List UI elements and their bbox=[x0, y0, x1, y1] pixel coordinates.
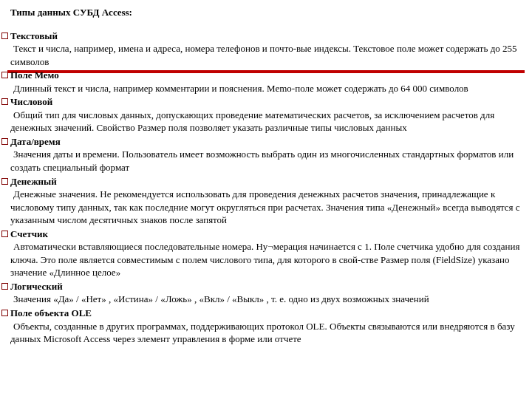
term: Числовой bbox=[10, 95, 522, 109]
term: Логический bbox=[10, 280, 522, 293]
term-text: Поле Мемо bbox=[10, 69, 59, 81]
desc: Длинный текст и числа, например коммента… bbox=[10, 82, 522, 95]
entry: Счетчик Автоматически вставляющиеся посл… bbox=[10, 228, 522, 279]
term: Поле объекта OLE bbox=[10, 307, 522, 320]
desc: Значения «Да» / «Нет» , «Истина» / «Ложь… bbox=[10, 293, 522, 306]
term-text: Поле объекта OLE bbox=[10, 307, 92, 318]
desc: Денежные значения. Не рекомендуется испо… bbox=[10, 188, 522, 227]
entry: Поле Мемо Длинный текст и числа, наприме… bbox=[10, 69, 522, 95]
entry: Числовой Общий тип для числовых данных, … bbox=[10, 95, 522, 134]
term-text: Дата/время bbox=[10, 136, 61, 147]
term: Денежный bbox=[10, 175, 522, 188]
bullet-icon bbox=[1, 33, 8, 39]
term: Счетчик bbox=[10, 228, 522, 241]
term-text: Текстовый bbox=[10, 30, 58, 41]
term-text: Счетчик bbox=[10, 228, 48, 239]
term: Текстовый bbox=[10, 30, 522, 43]
term: Поле Мемо bbox=[10, 69, 522, 82]
desc: Общий тип для числовых данных, допускающ… bbox=[10, 109, 522, 134]
bullet-icon bbox=[1, 178, 8, 185]
desc: Текст и числа, например, имена и адреса,… bbox=[10, 42, 522, 68]
bullet-icon bbox=[1, 72, 8, 78]
term-text: Денежный bbox=[10, 176, 57, 187]
term-text: Логический bbox=[10, 281, 63, 292]
bullet-icon bbox=[1, 310, 8, 316]
term: Дата/время bbox=[10, 135, 522, 149]
term-text: Числовой bbox=[10, 96, 52, 107]
entry: Поле объекта OLE Объекты, созданные в др… bbox=[10, 307, 522, 346]
desc: Значения даты и времени. Пользователь им… bbox=[10, 148, 522, 174]
bullet-icon bbox=[1, 231, 8, 237]
bullet-icon bbox=[1, 138, 8, 145]
entry: Дата/время Значения даты и времени. Поль… bbox=[10, 135, 522, 174]
entry: Логический Значения «Да» / «Нет» , «Исти… bbox=[10, 280, 522, 306]
desc: Автоматически вставляющиеся последовател… bbox=[10, 240, 522, 279]
desc: Объекты, созданные в других программах, … bbox=[10, 320, 522, 346]
bullet-icon bbox=[1, 283, 8, 290]
page-title: Типы данных СУБД Access: bbox=[10, 6, 522, 19]
entry: Текстовый Текст и числа, например, имена… bbox=[10, 30, 522, 69]
entry: Денежный Денежные значения. Не рекоменду… bbox=[10, 175, 522, 227]
entries-block: Текстовый Текст и числа, например, имена… bbox=[10, 30, 522, 346]
bullet-icon bbox=[1, 98, 8, 105]
